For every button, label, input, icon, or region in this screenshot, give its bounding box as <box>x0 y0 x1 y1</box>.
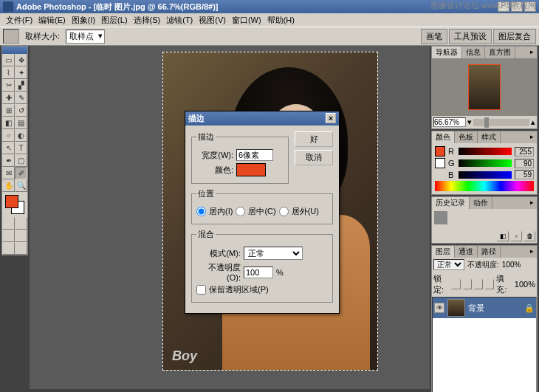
tab-navigator[interactable]: 导航器 <box>432 47 462 58</box>
bg-swatch[interactable] <box>435 158 445 168</box>
dodge-tool[interactable]: ◐ <box>15 129 27 142</box>
zoom-tool[interactable]: 🔍 <box>15 179 27 192</box>
screen-mode-3[interactable] <box>2 242 15 255</box>
zoom-out-icon[interactable]: ▾ <box>467 117 472 127</box>
color-spectrum[interactable] <box>435 181 534 191</box>
menu-edit[interactable]: 编辑(E) <box>35 13 69 27</box>
layer-row-background[interactable]: 👁 背景 🔒 <box>433 298 536 318</box>
location-legend: 位置 <box>196 188 216 199</box>
zoom-input[interactable] <box>433 117 466 127</box>
screen-mode-2[interactable] <box>15 230 27 242</box>
tab-styles[interactable]: 样式 <box>478 131 501 143</box>
foreground-color[interactable] <box>5 195 18 208</box>
eraser-tool[interactable]: ◧ <box>2 117 15 129</box>
heal-tool[interactable]: ✚ <box>2 92 15 104</box>
wand-tool[interactable]: ✦ <box>15 66 27 79</box>
visibility-icon[interactable]: 👁 <box>434 303 444 313</box>
preserve-checkbox[interactable] <box>196 285 206 295</box>
opacity-value[interactable]: 100% <box>502 261 521 269</box>
quickmask-mode[interactable] <box>15 217 27 230</box>
width-input[interactable] <box>236 149 273 161</box>
new-doc-icon[interactable]: ▫ <box>510 231 522 241</box>
panel-menu-icon[interactable]: ▸ <box>526 197 537 207</box>
tab-paths[interactable]: 路径 <box>478 246 501 258</box>
palette-brush-tab[interactable]: 画笔 <box>421 29 447 44</box>
menu-select[interactable]: 选择(S) <box>131 13 164 27</box>
lock-all[interactable] <box>485 279 494 289</box>
fg-swatch[interactable] <box>435 146 445 157</box>
menu-view[interactable]: 视图(V) <box>196 13 229 27</box>
brush-tool[interactable]: ✎ <box>15 92 27 104</box>
shape-tool[interactable]: ▢ <box>15 154 27 167</box>
tab-actions[interactable]: 动作 <box>470 197 492 209</box>
gradient-tool[interactable]: ▤ <box>15 117 27 129</box>
toolbox-header[interactable] <box>2 47 27 54</box>
lock-pixels[interactable] <box>463 279 472 289</box>
marquee-tool[interactable]: ▭ <box>2 54 15 66</box>
g-value[interactable]: 90 <box>515 159 534 168</box>
loc-center-radio[interactable] <box>236 207 245 216</box>
blend-mode-select[interactable]: 正常 <box>433 259 464 270</box>
tab-channels[interactable]: 通道 <box>455 246 478 258</box>
palette-presets-tab[interactable]: 工具预设 <box>449 29 492 44</box>
color-picker[interactable] <box>236 163 266 176</box>
eyedropper-tool[interactable]: ✐ <box>15 167 27 179</box>
path-tool[interactable]: ↖ <box>2 142 15 154</box>
tab-histogram[interactable]: 直方图 <box>485 47 515 58</box>
menu-filter[interactable]: 滤镜(T) <box>163 13 196 27</box>
r-value[interactable]: 255 <box>515 147 534 157</box>
lock-position[interactable] <box>474 279 483 289</box>
standard-mode[interactable] <box>2 217 15 230</box>
fill-value[interactable]: 100% <box>515 280 535 289</box>
slice-tool[interactable]: ▞ <box>15 79 27 92</box>
tab-info[interactable]: 信息 <box>462 47 485 58</box>
move-tool[interactable]: ✥ <box>15 54 27 66</box>
dialog-titlebar[interactable]: 描边 × <box>185 111 339 125</box>
panel-menu-icon[interactable]: ▸ <box>526 47 537 57</box>
lasso-tool[interactable]: ⌇ <box>2 66 15 79</box>
mode-select[interactable]: 正常 <box>244 247 303 260</box>
loc-outside-radio[interactable] <box>279 207 289 216</box>
zoom-in-icon[interactable]: ▴ <box>531 117 535 127</box>
screen-mode-1[interactable] <box>2 230 15 242</box>
loc-inside-radio[interactable] <box>196 207 206 216</box>
hand-tool[interactable]: ✋ <box>2 179 15 192</box>
type-tool[interactable]: T <box>15 142 27 154</box>
palette-layercomps-tab[interactable]: 图层复合 <box>493 29 536 44</box>
dialog-opacity-input[interactable] <box>244 267 273 278</box>
history-brush-tool[interactable]: ↺ <box>15 104 27 117</box>
jump-to-button[interactable] <box>15 242 27 255</box>
notes-tool[interactable]: ✉ <box>2 167 15 179</box>
pen-tool[interactable]: ✒ <box>2 154 15 167</box>
history-item[interactable] <box>433 210 535 225</box>
lock-transparency[interactable] <box>451 279 460 289</box>
ok-button[interactable]: 好 <box>295 131 333 147</box>
trash-icon[interactable]: 🗑 <box>523 231 535 241</box>
b-label: B <box>448 171 456 179</box>
new-snapshot-icon[interactable]: ◧ <box>497 231 509 241</box>
tab-layers[interactable]: 图层 <box>432 246 455 258</box>
panel-menu-icon[interactable]: ▸ <box>526 246 537 256</box>
panel-menu-icon[interactable]: ▸ <box>526 131 537 142</box>
menu-image[interactable]: 图象(I) <box>69 13 98 27</box>
tab-history[interactable]: 历史记录 <box>432 197 470 209</box>
r-slider[interactable] <box>459 148 512 155</box>
menu-layer[interactable]: 图层(L) <box>98 13 130 27</box>
g-slider[interactable] <box>459 159 512 167</box>
b-value[interactable]: 59 <box>515 170 534 179</box>
current-tool-icon[interactable] <box>3 29 19 44</box>
tab-swatches[interactable]: 色板 <box>455 131 478 143</box>
dialog-close-button[interactable]: × <box>326 113 336 123</box>
menu-file[interactable]: 文件(F) <box>3 13 35 27</box>
sample-point-dropdown[interactable]: 取样点 <box>66 30 105 44</box>
menu-window[interactable]: 窗口(W) <box>229 13 264 27</box>
zoom-slider[interactable] <box>473 119 529 126</box>
navigator-preview[interactable] <box>432 58 537 116</box>
menu-help[interactable]: 帮助(H) <box>264 13 298 27</box>
stamp-tool[interactable]: ⊞ <box>2 104 15 117</box>
cancel-button[interactable]: 取消 <box>295 150 333 165</box>
blur-tool[interactable]: ○ <box>2 129 15 142</box>
tab-color[interactable]: 颜色 <box>432 131 455 143</box>
b-slider[interactable] <box>459 171 512 179</box>
crop-tool[interactable]: ✂ <box>2 79 15 92</box>
